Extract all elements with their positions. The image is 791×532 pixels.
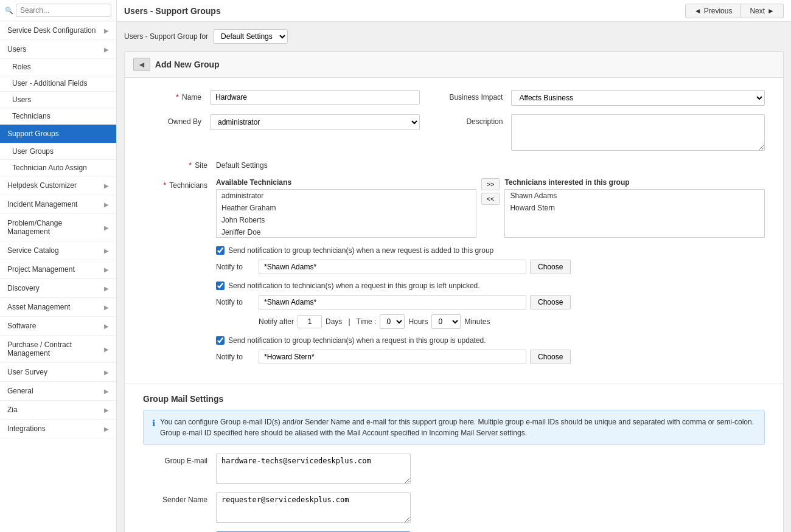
owned-by-select[interactable]: administrator: [210, 114, 420, 130]
form-body: * Name Business Impact Affects Business: [125, 78, 783, 384]
sidebar-item-13[interactable]: Project Management▶: [0, 260, 116, 279]
sidebar-item-17[interactable]: Purchase / Contract Management▶: [0, 336, 116, 363]
back-button[interactable]: ◄: [133, 58, 150, 71]
sidebar-item-21[interactable]: Integrations▶: [0, 420, 116, 438]
notify-2-checkbox[interactable]: [216, 282, 225, 290]
sidebar-label-3: User - Additional Fields: [12, 79, 87, 88]
notify-1-to-row: Notify to Choose: [143, 260, 765, 274]
search-icon: 🔍: [5, 7, 13, 15]
content-area: Users - Support Group for Default Settin…: [117, 22, 791, 532]
sidebar-arrow-18: ▶: [104, 369, 109, 376]
sidebar-label-7: User Groups: [12, 147, 54, 156]
sidebar-item-1[interactable]: Users▶: [0, 40, 116, 59]
group-mail-title: Group Mail Settings: [143, 394, 765, 404]
group-email-textarea[interactable]: hardware-techs@servicedeskplus.com: [216, 454, 411, 484]
sidebar-item-3[interactable]: User - Additional Fields: [0, 75, 116, 92]
technicians-row: * Technicians Available Technicians admi…: [143, 178, 765, 238]
sidebar-item-0[interactable]: Service Desk Configuration▶: [0, 21, 116, 40]
sidebar-item-16[interactable]: Software▶: [0, 317, 116, 336]
owned-by-label: Owned By: [143, 114, 210, 126]
notify-1-choose-button[interactable]: Choose: [530, 260, 571, 274]
notify-after-input[interactable]: [298, 315, 322, 328]
sidebar-item-19[interactable]: General▶: [0, 382, 116, 401]
sidebar-arrow-21: ▶: [104, 426, 109, 432]
page-title: Users - Support Groups: [124, 6, 221, 16]
hours-select[interactable]: 012: [380, 314, 405, 329]
notify-1-to-label: Notify to: [216, 263, 259, 271]
group-email-row: Group E-mail hardware-techs@servicedeskp…: [143, 454, 765, 484]
owned-desc-row: Owned By administrator Description: [143, 114, 765, 153]
available-tech-panel: Available Technicians administratorHeath…: [216, 178, 476, 238]
sender-name-textarea[interactable]: requester@servicedeskplus.com: [216, 492, 411, 523]
sidebar-arrow-1: ▶: [104, 46, 109, 53]
sidebar-item-8[interactable]: Technician Auto Assign: [0, 160, 116, 176]
sender-name-label: Sender Name: [143, 492, 216, 523]
search-input[interactable]: [16, 4, 111, 17]
sidebar-label-18: User Survey: [7, 368, 47, 376]
sidebar-label-4: Users: [12, 95, 31, 104]
notify-2-choose-button[interactable]: Choose: [530, 295, 571, 309]
sidebar-item-9[interactable]: Helpdesk Customizer▶: [0, 176, 116, 195]
notify-2-section: Send notification to technician(s) when …: [143, 282, 765, 329]
sidebar-item-15[interactable]: Asset Management▶: [0, 298, 116, 317]
tech-list-item[interactable]: Jeniffer Doe: [217, 226, 476, 238]
notify-2-to-label: Notify to: [216, 298, 259, 306]
next-arrow-icon: ►: [767, 7, 775, 15]
sidebar-item-14[interactable]: Discovery▶: [0, 279, 116, 298]
sidebar-item-18[interactable]: User Survey▶: [0, 363, 116, 382]
available-tech-list[interactable]: administratorHeather GrahamJohn RobertsJ…: [216, 189, 476, 238]
tech-required: *: [164, 181, 167, 190]
prev-button[interactable]: ◄ Previous: [685, 4, 742, 18]
panel-title: Add New Group: [155, 60, 220, 69]
sidebar-arrow-0: ▶: [104, 27, 109, 34]
info-box: ℹ You can configure Group e-mail ID(s) a…: [143, 410, 765, 445]
search-box[interactable]: 🔍: [0, 0, 116, 21]
sidebar-label-1: Users: [7, 45, 26, 54]
desc-textarea[interactable]: [511, 114, 765, 151]
for-bar-select[interactable]: Default Settings: [213, 29, 288, 44]
sidebar-item-11[interactable]: Problem/Change Management▶: [0, 214, 116, 241]
notify-3-checkbox[interactable]: [216, 336, 225, 345]
notify-2-label: Send notification to technician(s) when …: [228, 282, 480, 290]
interested-list-item[interactable]: Shawn Adams: [505, 190, 764, 202]
sidebar-arrow-12: ▶: [104, 247, 109, 254]
name-required: *: [176, 93, 179, 102]
minutes-select[interactable]: 0153045: [431, 314, 461, 329]
sidebar-arrow-16: ▶: [104, 323, 109, 330]
prev-arrow-icon: ◄: [694, 7, 702, 15]
sidebar-item-20[interactable]: Zia▶: [0, 401, 116, 420]
desc-col: Description: [432, 114, 765, 153]
notify-2-to-input[interactable]: [259, 295, 526, 309]
interested-tech-panel: Technicians interested in this group Sha…: [504, 178, 765, 238]
name-control: [210, 90, 420, 105]
notify-3-section: Send notification to group technician(s)…: [143, 336, 765, 364]
name-business-row: * Name Business Impact Affects Business: [143, 90, 765, 106]
tech-list-item[interactable]: John Roberts: [217, 214, 476, 226]
notify-1-section: Send notification to group technician(s)…: [143, 246, 765, 274]
transfer-back-button[interactable]: <<: [481, 193, 500, 205]
business-impact-select[interactable]: Affects Business: [511, 90, 765, 106]
name-input[interactable]: [210, 90, 420, 105]
interested-tech-list[interactable]: Shawn AdamsHoward Stern: [504, 189, 765, 238]
sidebar-item-12[interactable]: Service Catalog▶: [0, 241, 116, 260]
notify-3-to-input[interactable]: [259, 350, 526, 364]
notify-1-checkbox[interactable]: [216, 246, 225, 255]
notify-3-choose-button[interactable]: Choose: [530, 350, 571, 364]
available-tech-title: Available Technicians: [216, 178, 476, 187]
tech-list-item[interactable]: administrator: [217, 190, 476, 202]
sidebar-arrow-17: ▶: [104, 346, 109, 353]
sidebar-item-4[interactable]: Users: [0, 92, 116, 108]
name-label: * Name: [143, 90, 210, 102]
sidebar-label-8: Technician Auto Assign: [12, 164, 87, 172]
notify-1-to-input[interactable]: [259, 260, 526, 274]
transfer-forward-button[interactable]: >>: [481, 178, 500, 190]
interested-list-item[interactable]: Howard Stern: [505, 202, 764, 214]
tech-list-item[interactable]: Heather Graham: [217, 202, 476, 214]
sidebar-item-6[interactable]: Support Groups: [0, 125, 116, 143]
sidebar-item-7[interactable]: User Groups: [0, 143, 116, 160]
top-bar: Users - Support Groups ◄ Previous Next ►: [117, 0, 791, 22]
sidebar-item-2[interactable]: Roles: [0, 59, 116, 75]
next-button[interactable]: Next ►: [741, 4, 784, 18]
sidebar-item-10[interactable]: Incident Management▶: [0, 195, 116, 214]
sidebar-item-5[interactable]: Technicians: [0, 108, 116, 125]
